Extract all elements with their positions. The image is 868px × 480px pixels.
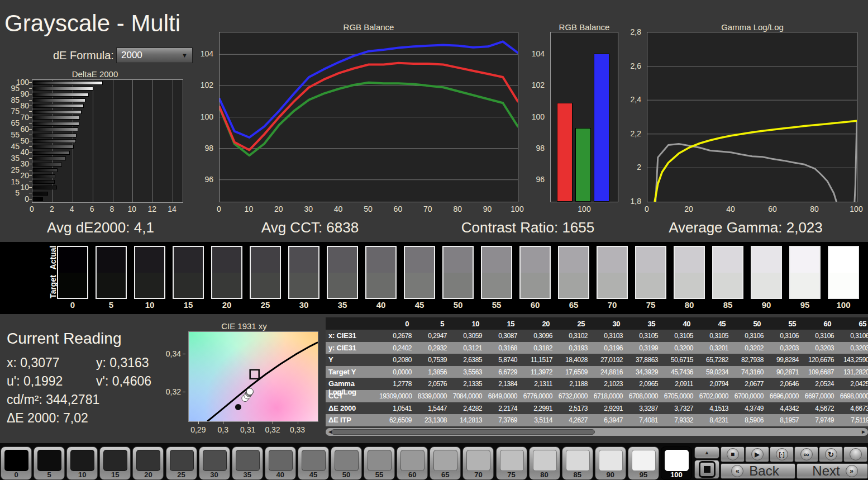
- deltae-y-tick-label: 20: [20, 171, 29, 180]
- rgb-line-svg: [220, 32, 518, 202]
- patch-button-95[interactable]: 95: [628, 446, 659, 480]
- table-cell: 99,8284: [766, 354, 802, 366]
- patch-button-50[interactable]: 50: [331, 446, 362, 480]
- scroll-right-icon[interactable]: ►: [861, 429, 866, 435]
- transport-play-button[interactable]: ▶: [745, 446, 769, 462]
- table-cell: 0,3102: [555, 330, 590, 342]
- patch-button-5[interactable]: 5: [34, 446, 65, 480]
- patch-button-label: 40: [265, 471, 295, 479]
- grayscale-swatch-strip: Actual Target 05101520253035404550556065…: [0, 242, 868, 314]
- rgb-line-x-tick-label: 100: [509, 205, 525, 213]
- table-cell: 2,0965: [626, 378, 661, 390]
- cie-chart-title: CIE 1931 xy: [179, 321, 309, 331]
- deltae-y-axis: 0510152025303540455055606570758085909510…: [0, 79, 32, 203]
- cie-x-tick-label: 0,29: [188, 425, 208, 434]
- table-cell: 2,0524: [802, 378, 837, 390]
- patch-button-75[interactable]: 75: [496, 446, 527, 480]
- deltae-bar: [32, 192, 48, 196]
- patch-button-15[interactable]: 15: [99, 446, 131, 480]
- swatch-target-half: [97, 273, 126, 298]
- table-cell: 2,1384: [485, 378, 520, 390]
- rgb-bar-y-tick-label: 104: [532, 49, 545, 58]
- scroll-left-icon[interactable]: ◄: [327, 429, 333, 435]
- rgb-bar-y-axis: 9698100102104: [527, 32, 548, 202]
- reading-x: x: 0,3077: [7, 355, 60, 370]
- table-cell: 4,1513: [696, 402, 731, 415]
- collapse-bar-button[interactable]: ▲: [694, 446, 719, 459]
- table-row: ΔE 20001,05411,54472,42822,21742,29912,5…: [326, 402, 868, 415]
- table-cell: 5,8740: [485, 354, 520, 366]
- swatch-actual-half: [135, 247, 164, 273]
- transport-continuous-button[interactable]: ∞: [794, 446, 818, 462]
- rgb-bar-red: [557, 103, 573, 202]
- play-icon: ▶: [751, 448, 764, 460]
- deltae-y-tick-label: 30: [20, 159, 29, 168]
- table-cell: 0,3168: [485, 342, 520, 354]
- swatch-target-half: [366, 273, 395, 298]
- patch-button-60[interactable]: 60: [397, 446, 428, 480]
- patch-button-55[interactable]: 55: [364, 446, 395, 480]
- de-formula-label: dE Formula:: [53, 49, 114, 62]
- back-button[interactable]: «Back: [721, 463, 795, 479]
- patch-button-100[interactable]: 100: [661, 446, 692, 480]
- swatch-actual-half: [251, 247, 280, 273]
- current-patch-button[interactable]: [694, 460, 719, 479]
- patch-button-90[interactable]: 90: [595, 446, 626, 480]
- table-header-row: 05101520253035404550556065: [326, 317, 868, 330]
- patch-button-40[interactable]: 40: [265, 446, 296, 480]
- next-button[interactable]: Next»: [797, 463, 868, 479]
- patch-button-70[interactable]: 70: [462, 446, 494, 480]
- patch-button-25[interactable]: 25: [166, 446, 197, 480]
- deltae-bar: [32, 93, 89, 97]
- transport-single-measure-button[interactable]: [·]: [770, 446, 794, 462]
- de-formula-dropdown[interactable]: 2000 ▼: [116, 47, 193, 63]
- patch-button-0[interactable]: 0: [1, 446, 32, 480]
- deltae-y-tick-label: 65: [11, 118, 20, 127]
- swatch-actual-half: [482, 247, 511, 273]
- gamma-x-axis: 020406080100: [647, 205, 857, 215]
- deltae-bar: [32, 174, 55, 178]
- table-cell: 2,1023: [590, 378, 626, 390]
- patch-button-85[interactable]: 85: [562, 446, 593, 480]
- next-button-label: Next: [812, 463, 840, 479]
- grayscale-swatch: [481, 246, 512, 299]
- swatch-actual-half: [790, 247, 819, 273]
- patch-button-label: 90: [595, 471, 626, 479]
- grayscale-swatch: [288, 246, 319, 299]
- patch-button-10[interactable]: 10: [66, 446, 98, 480]
- table-row: y: CIE310,24020,29320,31210,31680,31820,…: [326, 342, 868, 354]
- table-cell: 6698,0000: [837, 390, 868, 402]
- patch-window-fill: [704, 466, 710, 473]
- table-corner-cell: [326, 317, 379, 330]
- deltae-bar: [32, 197, 43, 201]
- table-cell: 131,2820: [837, 366, 868, 378]
- table-cell: 0,3105: [696, 330, 731, 342]
- patch-button-80[interactable]: 80: [529, 446, 560, 480]
- cie-x-tick: [223, 421, 223, 424]
- patch-button-35[interactable]: 35: [232, 446, 263, 480]
- stat-avg-cct: Avg CCT: 6838: [218, 219, 402, 237]
- patch-button-20[interactable]: 20: [132, 446, 164, 480]
- transport-blank-button[interactable]: [843, 446, 867, 462]
- swatch-actual-half: [675, 247, 704, 273]
- deltae-y-tick-label: 45: [11, 142, 20, 151]
- patch-swatch: [302, 450, 326, 471]
- grayscale-swatch: [519, 246, 551, 299]
- transport-stop-button[interactable]: ■: [721, 446, 745, 462]
- transport-loop-button[interactable]: ↻: [819, 446, 843, 462]
- patch-swatch: [170, 450, 194, 471]
- cie-x-tick-label: 0,31: [238, 425, 258, 434]
- table-cell: 2,2991: [520, 402, 555, 415]
- table-scrollbar[interactable]: ◄ ►: [326, 428, 868, 436]
- swatch-actual-half: [443, 247, 473, 273]
- cie-x-tick-label: 0,3: [213, 425, 233, 434]
- table-scrollbar-thumb[interactable]: [331, 429, 595, 435]
- patch-button-45[interactable]: 45: [298, 446, 329, 480]
- table-cell: 0,3193: [555, 342, 590, 354]
- patch-button-65[interactable]: 65: [430, 446, 461, 480]
- swatch-level-label: 60: [519, 300, 551, 310]
- rgb-balance-line-chart: [219, 32, 518, 202]
- patch-button-30[interactable]: 30: [199, 446, 230, 480]
- table-cell: 7,5119: [837, 414, 868, 426]
- table-cell: 0,3182: [520, 342, 555, 354]
